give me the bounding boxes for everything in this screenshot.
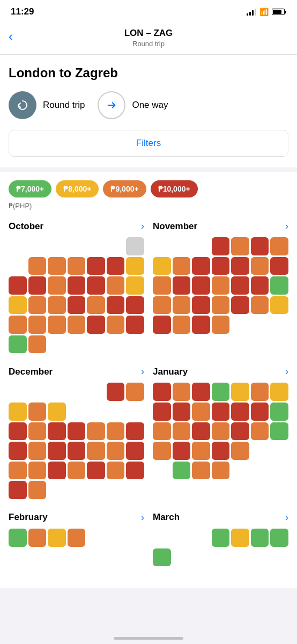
calendar-day[interactable] — [48, 422, 66, 441]
calendar-day[interactable] — [28, 442, 47, 460]
calendar-day[interactable] — [126, 257, 144, 275]
calendar-day[interactable] — [173, 296, 191, 314]
calendar-day[interactable] — [28, 529, 47, 547]
calendar-day[interactable] — [192, 316, 210, 334]
calendar-day[interactable] — [28, 462, 47, 480]
calendar-day[interactable] — [192, 442, 210, 460]
calendar-day[interactable] — [192, 296, 210, 314]
calendar-day[interactable] — [251, 276, 269, 295]
calendar-day[interactable] — [48, 276, 66, 295]
calendar-day[interactable] — [153, 296, 171, 314]
calendar-day[interactable] — [126, 442, 144, 460]
calendar-day[interactable] — [87, 422, 105, 441]
calendar-day[interactable] — [212, 402, 230, 421]
calendar-day[interactable] — [231, 296, 249, 314]
calendar-day[interactable] — [9, 422, 27, 441]
calendar-day[interactable] — [231, 276, 249, 295]
calendar-day[interactable] — [153, 548, 171, 567]
calendar-day[interactable] — [212, 462, 230, 480]
calendar-day[interactable] — [153, 276, 171, 295]
calendar-day[interactable] — [9, 442, 27, 460]
calendar-day[interactable] — [231, 383, 249, 401]
calendar-day[interactable] — [231, 529, 249, 547]
calendar-day[interactable] — [231, 442, 249, 460]
calendar-day[interactable] — [270, 237, 288, 255]
calendar-day[interactable] — [87, 257, 105, 275]
calendar-day[interactable] — [126, 276, 144, 295]
calendar-day[interactable] — [68, 257, 86, 275]
calendar-day[interactable] — [251, 257, 269, 275]
calendar-day[interactable] — [153, 257, 171, 275]
calendar-day[interactable] — [231, 422, 249, 441]
calendar-day[interactable] — [48, 296, 66, 314]
calendar-next-button[interactable]: › — [141, 366, 144, 377]
calendar-day[interactable] — [126, 383, 144, 401]
calendar-day[interactable] — [28, 316, 47, 334]
calendar-day[interactable] — [192, 402, 210, 421]
calendar-day[interactable] — [270, 422, 288, 441]
calendar-day[interactable] — [270, 383, 288, 401]
calendar-day[interactable] — [68, 276, 86, 295]
calendar-day[interactable] — [87, 276, 105, 295]
calendar-day[interactable] — [48, 316, 66, 334]
calendar-day[interactable] — [68, 296, 86, 314]
calendar-day[interactable] — [9, 296, 27, 314]
calendar-day[interactable] — [173, 257, 191, 275]
calendar-day[interactable] — [107, 383, 125, 401]
calendar-day[interactable] — [212, 296, 230, 314]
calendar-day[interactable] — [231, 257, 249, 275]
price-badge-0[interactable]: ₱7,000+ — [9, 180, 51, 197]
calendar-day[interactable] — [270, 257, 288, 275]
calendar-day[interactable] — [192, 257, 210, 275]
calendar-day[interactable] — [126, 316, 144, 334]
calendar-day[interactable] — [28, 257, 47, 275]
filters-button[interactable]: Filters — [9, 130, 288, 157]
calendar-next-button[interactable]: › — [141, 512, 144, 523]
calendar-day[interactable] — [126, 462, 144, 480]
calendar-day[interactable] — [173, 422, 191, 441]
calendar-day[interactable] — [126, 237, 144, 255]
calendar-next-button[interactable]: › — [141, 221, 144, 232]
calendar-day[interactable] — [28, 296, 47, 314]
back-button[interactable]: ‹ — [9, 29, 13, 44]
calendar-day[interactable] — [107, 276, 125, 295]
calendar-day[interactable] — [107, 296, 125, 314]
calendar-day[interactable] — [48, 529, 66, 547]
calendar-day[interactable] — [173, 462, 191, 480]
calendar-day[interactable] — [212, 422, 230, 441]
calendar-day[interactable] — [107, 462, 125, 480]
calendar-day[interactable] — [192, 383, 210, 401]
calendar-day[interactable] — [9, 335, 27, 354]
calendar-day[interactable] — [107, 422, 125, 441]
calendar-day[interactable] — [212, 442, 230, 460]
price-badge-2[interactable]: ₱9,000+ — [103, 180, 146, 197]
calendar-day[interactable] — [9, 462, 27, 480]
calendar-day[interactable] — [68, 316, 86, 334]
calendar-day[interactable] — [126, 422, 144, 441]
calendar-day[interactable] — [173, 276, 191, 295]
calendar-day[interactable] — [270, 529, 288, 547]
calendar-day[interactable] — [251, 402, 269, 421]
price-badge-3[interactable]: ₱10,000+ — [151, 180, 198, 197]
calendar-day[interactable] — [68, 529, 86, 547]
calendar-day[interactable] — [107, 442, 125, 460]
calendar-day[interactable] — [9, 481, 27, 499]
calendar-day[interactable] — [153, 316, 171, 334]
calendar-day[interactable] — [270, 276, 288, 295]
calendar-next-button[interactable]: › — [285, 221, 288, 232]
calendar-day[interactable] — [9, 529, 27, 547]
calendar-day[interactable] — [9, 276, 27, 295]
calendar-next-button[interactable]: › — [285, 512, 288, 523]
calendar-day[interactable] — [68, 442, 86, 460]
calendar-day[interactable] — [153, 383, 171, 401]
calendar-day[interactable] — [251, 296, 269, 314]
calendar-day[interactable] — [192, 422, 210, 441]
calendar-day[interactable] — [153, 442, 171, 460]
calendar-day[interactable] — [9, 316, 27, 334]
calendar-day[interactable] — [28, 481, 47, 499]
calendar-day[interactable] — [68, 422, 86, 441]
calendar-day[interactable] — [212, 257, 230, 275]
calendar-day[interactable] — [173, 442, 191, 460]
calendar-day[interactable] — [192, 462, 210, 480]
calendar-day[interactable] — [28, 422, 47, 441]
